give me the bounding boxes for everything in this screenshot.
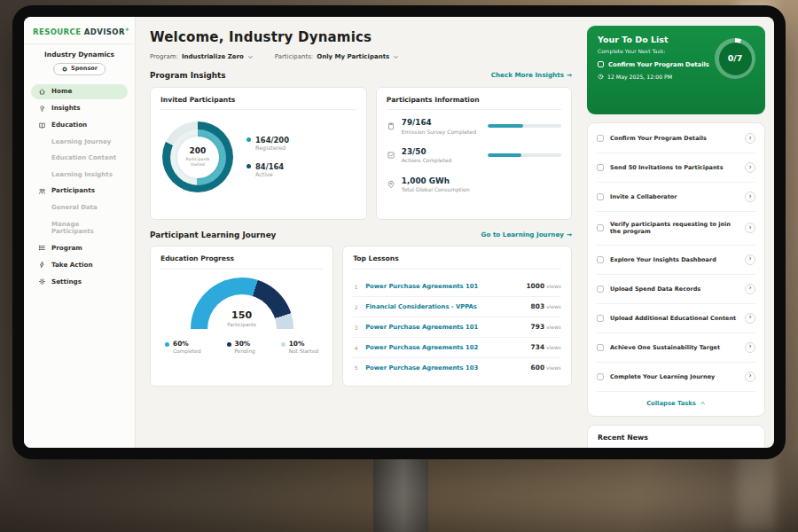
lesson-views: 734 <box>531 343 544 351</box>
legend-item-active: 84/164 Active <box>246 162 289 179</box>
task-checkbox[interactable] <box>597 256 604 263</box>
chevron-right-icon[interactable]: › <box>745 342 755 353</box>
legend-label: Active <box>255 172 284 179</box>
lesson-title-link[interactable]: Power Purchase Agreements 101 <box>365 324 524 331</box>
next-task-row[interactable]: Confirm Your Program Details <box>598 61 717 68</box>
lesson-row[interactable]: 4 Power Purchase Agreements 102 734views <box>353 338 561 358</box>
task-label: Explore Your Insights Dashboard <box>610 256 739 263</box>
lesson-title-link[interactable]: Power Purchase Agreements 102 <box>365 344 524 351</box>
sidebar-item-education[interactable]: Education <box>31 118 128 133</box>
next-task-checkbox[interactable] <box>598 61 604 67</box>
section-title: Participant Learning Journey <box>150 231 276 240</box>
legend-dot <box>281 342 286 347</box>
org-name: Industry Dynamics <box>31 51 128 59</box>
sidebar-item-general-data[interactable]: General Data <box>31 200 128 215</box>
chevron-right-icon[interactable]: › <box>745 133 755 144</box>
stat-value: 1,000 GWh <box>402 176 481 186</box>
lesson-rank: 2 <box>353 304 359 310</box>
collapse-tasks-button[interactable]: Collapse Tasks <box>597 392 755 415</box>
task-row[interactable]: Confirm Your Program Details › <box>597 124 755 153</box>
task-row[interactable]: Explore Your Insights Dashboard › <box>597 246 755 275</box>
todo-summary-card: Your To Do List Complete Your Next Task:… <box>587 26 765 114</box>
chevron-right-icon[interactable]: › <box>745 223 755 233</box>
lesson-row[interactable]: 5 Power Purchase Agreements 103 600views <box>353 358 561 378</box>
sponsor-icon <box>61 66 68 73</box>
task-row[interactable]: Send 50 Invitations to Participants › <box>597 153 755 183</box>
lesson-views: 793 <box>531 323 544 331</box>
sidebar-item-home[interactable]: Home <box>31 84 128 99</box>
lesson-title-link[interactable]: Power Purchase Agreements 101 <box>365 283 520 290</box>
progress-bar <box>488 124 561 128</box>
sidebar-item-participants[interactable]: Participants <box>31 184 128 199</box>
stat-global-consumption: 1,000 GWh Total Global Consumption <box>387 176 561 193</box>
task-checkbox[interactable] <box>597 315 604 322</box>
task-row[interactable]: Invite a Collaborator › <box>597 183 755 212</box>
program-filter-dropdown[interactable]: Program: Industrialize Zero <box>150 53 254 60</box>
legend-item-not-started: 10% Not Started <box>281 340 318 356</box>
lesson-row[interactable]: 3 Power Purchase Agreements 101 793views <box>353 317 561 338</box>
sidebar-item-program[interactable]: Program <box>31 240 128 255</box>
legend-value: 10% <box>289 340 318 348</box>
task-checkbox[interactable] <box>597 344 604 351</box>
sidebar-item-label: Participants <box>51 187 95 195</box>
task-row[interactable]: Upload Spend Data Records › <box>597 275 755 304</box>
sidebar-item-education-content[interactable]: Education Content <box>31 151 128 165</box>
sidebar-item-label: Insights <box>51 105 81 113</box>
lesson-views: 803 <box>531 302 544 310</box>
lesson-row[interactable]: 1 Power Purchase Agreements 101 1000view… <box>353 278 561 298</box>
sidebar-item-manage-participants[interactable]: Manage Participants <box>31 217 128 239</box>
task-row[interactable]: Upload Additional Educational Content › <box>597 304 755 333</box>
top-lessons-card: Top Lessons 1 Power Purchase Agreements … <box>342 246 572 386</box>
lesson-views-label: views <box>546 324 561 330</box>
stat-label: Emission Survey Completed <box>402 129 481 135</box>
participants-filter-dropdown[interactable]: Participants: Only My Participants <box>275 53 399 60</box>
chevron-right-icon[interactable]: › <box>745 372 755 382</box>
stat-value: 79/164 <box>402 118 481 128</box>
learning-journey-header: Participant Learning Journey Go to Learn… <box>150 231 572 240</box>
task-checkbox[interactable] <box>597 224 604 231</box>
lesson-rank: 5 <box>353 364 359 371</box>
task-checkbox[interactable] <box>597 373 604 380</box>
task-row[interactable]: Achieve One Sustainability Target › <box>597 333 755 363</box>
task-checkbox[interactable] <box>597 193 604 200</box>
task-checkbox[interactable] <box>597 164 604 171</box>
lesson-row[interactable]: 2 Financial Considerations - VPPAs 803vi… <box>353 297 561 317</box>
sidebar-item-learning-journey[interactable]: Learning Journey <box>31 135 128 149</box>
chevron-right-icon[interactable]: › <box>745 162 755 173</box>
go-to-learning-journey-link[interactable]: Go to Learning Journey → <box>481 231 572 239</box>
chevron-right-icon[interactable]: › <box>745 254 755 265</box>
program-insights-header: Program Insights Check More Insights → <box>150 71 572 81</box>
chevron-right-icon[interactable]: › <box>745 192 755 202</box>
link-label: Check More Insights <box>491 72 564 80</box>
gauge-center: 150 Participants <box>191 309 293 328</box>
bolt-icon <box>38 261 46 269</box>
check-more-insights-link[interactable]: Check More Insights → <box>491 72 572 80</box>
recent-news-title: Recent News <box>598 434 755 442</box>
progress-bar <box>488 153 561 157</box>
gauge-value: 150 <box>191 309 293 321</box>
invited-participants-card: Invited Participants 200 Participants In… <box>150 87 367 220</box>
task-row[interactable]: Verify participants requesting to join t… <box>597 212 755 246</box>
background-shadow <box>0 448 798 532</box>
task-checkbox[interactable] <box>597 286 604 293</box>
chevron-right-icon[interactable]: › <box>745 313 755 324</box>
task-checkbox[interactable] <box>597 135 604 142</box>
legend-dot <box>246 164 251 168</box>
sidebar-item-take-action[interactable]: Take Action <box>31 257 128 272</box>
arrow-right-icon: → <box>567 231 572 239</box>
legend-value: 60% <box>173 340 201 348</box>
lesson-title-link[interactable]: Power Purchase Agreements 103 <box>365 364 524 372</box>
sidebar-item-insights[interactable]: Insights <box>31 101 128 116</box>
task-label: Complete Your Learning Journey <box>610 373 739 380</box>
task-row[interactable]: Complete Your Learning Journey › <box>597 363 755 392</box>
sponsor-badge[interactable]: Sponsor <box>53 63 106 75</box>
card-title: Top Lessons <box>353 254 561 269</box>
sidebar-item-learning-insights[interactable]: Learning Insights <box>31 168 128 182</box>
filter-bar: Program: Industrialize Zero Participants… <box>150 53 572 60</box>
lesson-title-link[interactable]: Financial Considerations - VPPAs <box>365 303 524 310</box>
task-label: Achieve One Sustainability Target <box>610 344 739 351</box>
sidebar-nav: Home Insights Education Learning Journey… <box>31 84 128 289</box>
sidebar-item-settings[interactable]: Settings <box>31 274 128 289</box>
legend-label: Completed <box>173 348 201 355</box>
chevron-right-icon[interactable]: › <box>745 284 755 294</box>
